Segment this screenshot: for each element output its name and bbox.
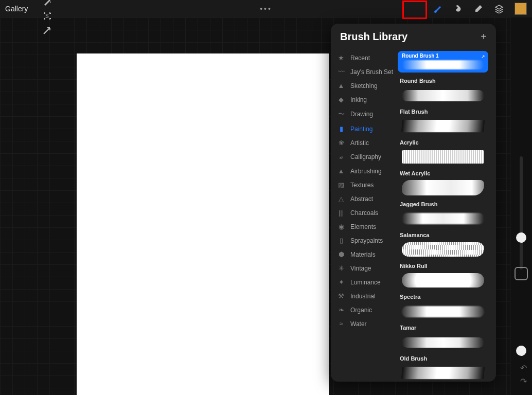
category-label: Recent xyxy=(350,55,370,62)
category-icon: ❀ xyxy=(337,139,345,147)
category-abstract[interactable]: △Abstract xyxy=(331,192,398,206)
brush-name: Salamanca xyxy=(398,231,491,240)
topbar: Gallery S ••• xyxy=(0,0,532,17)
brush-list: Round Brush 1↗Round BrushFlat BrushAcryl… xyxy=(398,48,496,382)
category-sketching[interactable]: ▲Sketching xyxy=(331,79,398,93)
category-icon: △ xyxy=(337,195,345,203)
category-vintage[interactable]: ✳Vintage xyxy=(331,261,398,275)
brush-name: Acrylic xyxy=(398,138,491,148)
category-luminance[interactable]: ✦Luminance xyxy=(331,275,398,289)
brush-name: Nikko Rull xyxy=(398,262,491,271)
category-label: Calligraphy xyxy=(350,153,381,160)
category-icon: ▲ xyxy=(337,82,345,89)
category-elements[interactable]: ◉Elements xyxy=(331,220,398,234)
brush-name: Old Brush xyxy=(398,354,491,364)
category-icon: ✳ xyxy=(337,264,345,272)
gallery-button[interactable]: Gallery xyxy=(5,5,28,13)
layers-tool-icon[interactable] xyxy=(492,2,506,16)
edit-brush-icon[interactable]: ↗ xyxy=(481,54,485,59)
category-icon: ||| xyxy=(337,209,345,217)
category-airbrushing[interactable]: ▲Airbrushing xyxy=(331,164,398,178)
brush-flat-brush[interactable]: Flat Brush xyxy=(398,107,491,134)
brush-name: Round Brush 1 xyxy=(398,51,443,61)
brush-tool-icon[interactable] xyxy=(430,2,445,16)
category-icon: ◆ xyxy=(337,96,345,103)
brush-nikko-rull[interactable]: Nikko Rull xyxy=(398,262,491,289)
category-label: Vintage xyxy=(350,265,371,272)
canvas[interactable] xyxy=(77,53,329,395)
category-water[interactable]: ≈Water xyxy=(331,317,398,331)
category-charcoals[interactable]: |||Charcoals xyxy=(331,206,398,220)
category-spraypaints[interactable]: ▯Spraypaints xyxy=(331,234,398,247)
category-label: Jay's Brush Set xyxy=(350,68,393,76)
category-label: Elements xyxy=(350,223,376,230)
category-inking[interactable]: ◆Inking xyxy=(331,93,398,106)
svg-text:S: S xyxy=(45,13,49,19)
category-icon: ⬢ xyxy=(337,250,345,258)
brush-name: Jagged Brush xyxy=(398,200,491,209)
category-icon: ≈ xyxy=(337,320,345,328)
category-drawing[interactable]: 〜Drawing xyxy=(331,106,398,122)
category-label: Painting xyxy=(350,125,373,133)
right-sidebar: ↶ ↷ xyxy=(510,17,532,395)
svg-point-1 xyxy=(50,2,51,3)
category-label: Textures xyxy=(350,182,374,189)
category-label: Inking xyxy=(350,96,367,103)
brush-name: Spectra xyxy=(398,293,491,302)
brush-spectra[interactable]: Spectra xyxy=(398,293,491,319)
add-brush-button[interactable]: + xyxy=(481,31,487,43)
category-icon: 〜 xyxy=(337,110,345,119)
category-label: Water xyxy=(350,320,367,328)
category-textures[interactable]: ▨Textures xyxy=(331,178,398,192)
brush-size-handle[interactable] xyxy=(516,232,526,243)
brush-library-panel: Brush Library + ★Recent〰Jay's Brush Set▲… xyxy=(331,24,496,382)
select-icon[interactable]: S xyxy=(40,9,55,23)
brush-name: Tamar xyxy=(398,324,491,333)
category-label: Sketching xyxy=(350,82,378,89)
category-icon: ▨ xyxy=(337,181,345,189)
brush-salamanca[interactable]: Salamanca xyxy=(398,231,491,258)
wand-icon[interactable] xyxy=(40,0,55,9)
category-industrial[interactable]: ⚒Industrial xyxy=(331,289,398,303)
brush-old-brush[interactable]: Old Brush xyxy=(398,354,491,381)
category-icon: ★ xyxy=(337,54,345,62)
category-materials[interactable]: ⬢Materials xyxy=(331,247,398,261)
brush-acrylic[interactable]: Acrylic xyxy=(398,138,491,165)
category-label: Materials xyxy=(350,251,376,258)
eraser-tool-icon[interactable] xyxy=(471,2,486,16)
category-label: Spraypaints xyxy=(350,237,383,244)
color-swatch[interactable] xyxy=(515,3,527,15)
transform-icon[interactable] xyxy=(40,23,55,38)
brush-name: Round Brush xyxy=(398,77,491,86)
category-label: Artistic xyxy=(350,139,369,147)
brush-wet-acrylic[interactable]: Wet Acrylic xyxy=(398,169,491,196)
category-painting[interactable]: ▮Painting xyxy=(331,122,398,136)
brush-round-brush-1[interactable]: Round Brush 1↗ xyxy=(398,51,491,73)
category-organic[interactable]: ❧Organic xyxy=(331,303,398,317)
category-label: Abstract xyxy=(350,195,373,203)
category-label: Airbrushing xyxy=(350,168,382,175)
category-icon: ▮ xyxy=(337,125,345,133)
opacity-handle[interactable] xyxy=(516,346,526,356)
brush-name: Wet Acrylic xyxy=(398,169,491,178)
category-jay-s-brush-set[interactable]: 〰Jay's Brush Set xyxy=(331,65,398,79)
brush-round-brush[interactable]: Round Brush xyxy=(398,77,491,103)
category-icon: ✦ xyxy=(337,278,345,286)
category-icon: ❧ xyxy=(337,306,345,314)
category-icon: 〰 xyxy=(337,68,345,76)
category-recent[interactable]: ★Recent xyxy=(331,51,398,65)
category-calligraphy[interactable]: 𝒶Calligraphy xyxy=(331,150,398,164)
smudge-tool-icon[interactable] xyxy=(451,2,465,16)
category-label: Luminance xyxy=(350,279,381,286)
undo-icon[interactable]: ↶ xyxy=(520,363,527,373)
redo-icon[interactable]: ↷ xyxy=(520,376,527,386)
category-label: Industrial xyxy=(350,293,376,300)
category-artistic[interactable]: ❀Artistic xyxy=(331,136,398,150)
brush-size-slider[interactable] xyxy=(520,156,523,270)
brush-category-list: ★Recent〰Jay's Brush Set▲Sketching◆Inking… xyxy=(331,48,398,382)
brush-jagged-brush[interactable]: Jagged Brush xyxy=(398,200,491,227)
category-icon: ▲ xyxy=(337,167,345,175)
modify-button[interactable] xyxy=(515,267,528,280)
category-icon: 𝒶 xyxy=(337,153,345,161)
brush-tamar[interactable]: Tamar xyxy=(398,324,491,350)
